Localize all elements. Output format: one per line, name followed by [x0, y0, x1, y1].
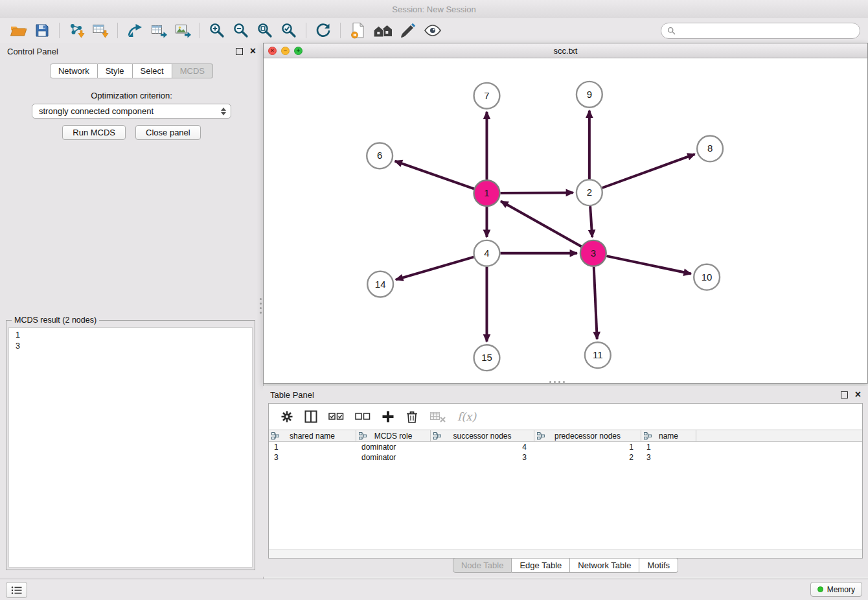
table-settings-button[interactable] [279, 408, 295, 425]
table-row[interactable]: 1dominator411 [269, 442, 862, 452]
graph-node-8[interactable]: 8 [697, 136, 723, 162]
cell-name: 3 [641, 453, 696, 462]
tab-motifs[interactable]: Motifs [639, 558, 678, 573]
table-panel: Table Panel × [263, 386, 868, 577]
add-column-button[interactable] [380, 408, 396, 425]
close-window-button[interactable]: × [268, 47, 277, 55]
graph-node-6[interactable]: 6 [367, 143, 393, 168]
search-field[interactable] [661, 23, 860, 39]
table-row[interactable]: 3dominator323 [269, 452, 862, 463]
show-graphics-details-button[interactable] [422, 20, 444, 41]
graph-node-7[interactable]: 7 [474, 83, 500, 109]
graph-node-label: 4 [484, 248, 489, 259]
tab-select[interactable]: Select [133, 63, 172, 78]
control-panel-tabs: NetworkStyleSelectMCDS [0, 63, 263, 78]
graph-edge-3-1[interactable] [501, 201, 581, 246]
control-panel-close-icon[interactable]: × [250, 47, 256, 55]
table-horizontal-scrollbar[interactable] [269, 549, 862, 558]
import-table-button[interactable] [90, 20, 111, 41]
graph-edge-1-6[interactable] [395, 161, 474, 189]
column-header-shared-name[interactable]: shared name [269, 430, 356, 441]
home-view-button[interactable] [371, 20, 394, 41]
optimization-dropdown[interactable]: strongly connected component [32, 104, 231, 119]
table-panel-close-icon[interactable]: × [855, 391, 861, 398]
column-header-name[interactable]: name [641, 430, 696, 441]
sort-icon [359, 432, 367, 440]
graph-node-10[interactable]: 10 [694, 264, 720, 290]
graph-node-4[interactable]: 4 [474, 240, 500, 266]
open-session-button[interactable] [8, 20, 29, 41]
close-panel-button[interactable]: Close panel [135, 125, 201, 140]
control-panel-title: Control Panel [7, 47, 58, 56]
minimize-window-button[interactable]: − [281, 47, 290, 55]
apply-style-button[interactable] [398, 20, 418, 41]
network-canvas[interactable]: 7968124314101511 [264, 58, 867, 383]
sort-icon [271, 432, 279, 440]
run-mcds-button[interactable]: Run MCDS [62, 125, 126, 140]
document-share-icon [350, 22, 365, 39]
float-panel-icon[interactable] [236, 48, 243, 55]
export-network-button[interactable] [124, 20, 145, 41]
column-header-predecessor-nodes[interactable]: predecessor nodes [534, 430, 641, 441]
copy-style-button[interactable] [347, 20, 368, 41]
zoom-selected-button[interactable] [279, 20, 299, 41]
memory-button[interactable]: Memory [810, 582, 862, 597]
select-all-button[interactable] [327, 408, 345, 425]
export-table-button[interactable] [148, 20, 169, 41]
table-panel-header: Table Panel × [263, 386, 868, 403]
tab-node-table[interactable]: Node Table [453, 558, 512, 573]
function-builder-button[interactable]: f(x) [457, 410, 476, 423]
save-session-button[interactable] [32, 20, 52, 41]
graph-edge-4-14[interactable] [396, 257, 474, 280]
task-history-button[interactable] [6, 582, 27, 598]
import-network-button[interactable] [66, 20, 87, 41]
graph-edge-1-2[interactable] [500, 192, 573, 193]
zoom-fit-button[interactable] [255, 20, 275, 41]
graph-node-15[interactable]: 15 [474, 345, 500, 371]
split-panel-icon [304, 410, 318, 424]
column-header-successor-nodes[interactable]: successor nodes [431, 430, 534, 441]
delete-column-button[interactable] [404, 408, 420, 425]
mcds-result-list[interactable]: 1 3 [8, 327, 253, 568]
split-panel-button[interactable] [303, 408, 319, 425]
graph-edge-3-10[interactable] [606, 256, 691, 273]
graph-node-2[interactable]: 2 [577, 179, 602, 205]
refresh-view-button[interactable] [313, 20, 334, 41]
graph-node-label: 11 [593, 349, 603, 360]
zoom-selected-icon [280, 22, 297, 39]
memory-label: Memory [827, 585, 855, 594]
column-header-mcds-role[interactable]: MCDS role [356, 430, 431, 441]
panel-splitter-grip[interactable] [259, 297, 262, 319]
zoom-out-button[interactable] [231, 20, 251, 41]
open-folder-icon [10, 22, 27, 39]
tab-edge-table[interactable]: Edge Table [512, 558, 570, 573]
tab-style[interactable]: Style [98, 63, 133, 78]
tab-mcds[interactable]: MCDS [172, 63, 213, 78]
sort-icon [433, 432, 441, 440]
destroy-table-icon [429, 410, 446, 423]
graph-edge-2-8[interactable] [602, 154, 694, 188]
network-graph[interactable]: 7968124314101511 [264, 58, 867, 383]
graph-node-label: 9 [587, 89, 592, 100]
zoom-in-button[interactable] [207, 20, 227, 41]
tab-network[interactable]: Network [50, 63, 98, 78]
view-splitter-grip[interactable] [548, 380, 570, 384]
destroy-table-button[interactable] [428, 408, 448, 425]
graph-node-9[interactable]: 9 [577, 82, 602, 108]
graph-edge-3-11[interactable] [594, 267, 597, 340]
graph-node-11[interactable]: 11 [585, 342, 611, 368]
zoom-window-button[interactable]: + [294, 47, 303, 55]
cell-name: 1 [641, 443, 696, 452]
search-input[interactable] [679, 25, 854, 36]
float-table-panel-icon[interactable] [841, 391, 848, 398]
app-title: Session: New Session [392, 5, 475, 14]
graph-edge-2-3[interactable] [590, 206, 592, 237]
plus-icon [381, 410, 395, 424]
deselect-all-button[interactable] [354, 408, 372, 425]
graph-node-1[interactable]: 1 [474, 180, 500, 206]
graph-node-14[interactable]: 14 [367, 271, 393, 297]
network-window-titlebar[interactable]: scc.txt × − + [264, 43, 867, 58]
export-image-button[interactable] [172, 20, 193, 41]
tab-network-table[interactable]: Network Table [570, 558, 639, 573]
graph-node-3[interactable]: 3 [580, 240, 606, 266]
